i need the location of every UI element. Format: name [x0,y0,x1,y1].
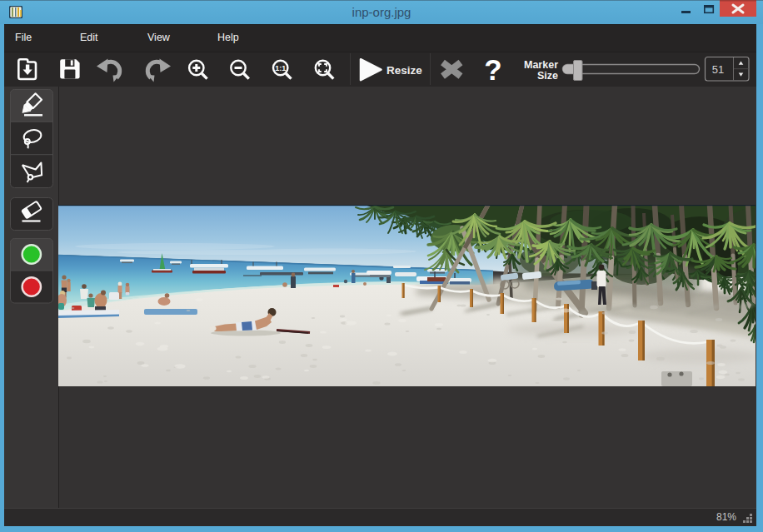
svg-text:51: 51 [712,63,724,76]
svg-text:1:1: 1:1 [275,64,286,72]
svg-text:Marker: Marker [524,59,558,71]
svg-text:?: ? [484,53,501,86]
svg-text:Size: Size [537,70,558,82]
svg-text:Resize: Resize [386,64,422,77]
